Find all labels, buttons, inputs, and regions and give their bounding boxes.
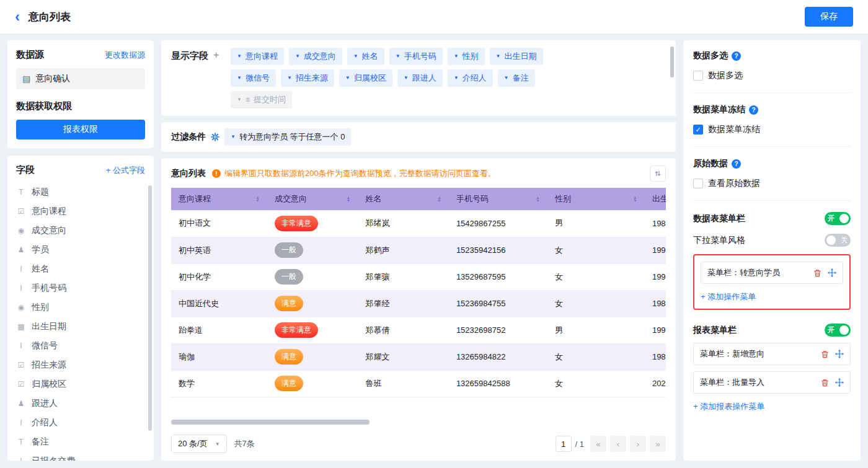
sort-carets-icon[interactable]: ▲▼ [633,196,637,203]
chevron-down-icon: ▼ [215,441,220,447]
table-horizontal-scrollbar[interactable] [171,420,370,425]
column-header[interactable]: 性别▲▼ [547,188,645,210]
datasource-card: 数据源 更改数据源 ▤ 意向确认 数据获取权限 报表权限 [7,40,154,148]
divider [693,200,851,201]
settings-panel: 数据多选 ? 数据多选 数据菜单冻结 ? ✓ 数据菜单冻结 原始数据 ? [683,40,861,461]
report-permission-button[interactable]: 报表权限 [16,120,145,139]
display-field-chip[interactable]: ▼意向课程 [231,48,284,65]
field-list: 标题 意向课程 成交意向 学员 姓名 手机号码 性别 出生日期 微信号 招生来源… [16,182,145,461]
help-icon[interactable]: ? [732,159,741,169]
prev-page-button[interactable]: ‹ [610,436,626,452]
display-field-chip[interactable]: ▼跟进人 [397,69,443,87]
field-item[interactable]: 性别 [16,298,145,317]
delete-icon[interactable] [821,350,829,358]
report-menu-toggle[interactable]: 开 [825,324,851,337]
dropdown-style-toggle[interactable]: 关 [825,234,851,247]
display-field-chip[interactable]: ▼出生日期 [490,48,543,65]
multi-select-section: 数据多选 ? 数据多选 [693,50,851,81]
field-item[interactable]: 微信号 [16,336,145,355]
display-field-chip[interactable]: ▼介绍人 [448,69,493,87]
highlighted-menu-box: 菜单栏：转意向学员 + 添加操作菜单 [693,254,851,310]
add-action-menu-link[interactable]: + 添加操作菜单 [701,291,756,302]
display-field-chip[interactable]: ▼归属校区 [339,69,392,87]
table-menu-toggle[interactable]: 开 [825,212,851,225]
field-item[interactable]: 成交意向 [16,221,145,240]
back-icon[interactable]: ‹ [15,9,20,24]
menu-bar-item[interactable]: 菜单栏：转意向学员 [701,262,843,284]
current-page[interactable]: 1 [556,436,572,452]
sort-carets-icon[interactable]: ▲▼ [255,196,260,203]
field-item[interactable]: 备注 [16,432,145,451]
page-size-select[interactable]: 20 条/页 ▼ [171,435,227,453]
menu-freeze-checkbox-row[interactable]: ✓ 数据菜单冻结 [693,124,851,135]
field-item[interactable]: 标题 [16,182,145,201]
main-area: 显示字段 + ▼意向课程 ▼成交意向 ▼姓名 ▼手机号码 ▼性别 ▼出生日期 ▼… [161,40,676,461]
field-item[interactable]: 招生来源 [16,355,145,374]
disabled-field-chip[interactable]: ▼≡提交时间 [231,91,292,108]
table-footer: 20 条/页 ▼ 共7条 1 / 1 « ‹ › » [171,435,666,453]
display-field-chip[interactable]: ▼成交意向 [289,48,342,65]
column-header[interactable]: 姓名▲▼ [358,188,449,210]
intent-badge: 非常满意 [275,322,318,338]
table-row: 瑜伽 满意 郑耀文 13265984822 女 1989-11- [171,343,666,370]
field-item[interactable]: 归属校区 [16,374,145,394]
field-item[interactable]: 已报名交费 [16,451,145,461]
display-field-chip[interactable]: ▼手机号码 [389,48,443,65]
chevron-down-icon: ▼ [287,76,292,81]
add-report-menu-link[interactable]: + 添加报表操作菜单 [693,401,764,412]
field-item[interactable]: 手机号码 [16,278,145,298]
chevron-down-icon: ▼ [496,54,501,59]
sort-carets-icon[interactable]: ▲▼ [536,196,540,203]
column-header[interactable]: 手机号码▲▼ [449,188,547,210]
intent-badge: 满意 [275,376,303,391]
menu-bar-item[interactable]: 菜单栏：新增意向 [693,343,851,365]
column-header[interactable]: 成交意向▲▼ [267,188,358,210]
display-field-chip[interactable]: ▼姓名 [347,48,384,65]
help-icon[interactable]: ? [732,51,741,61]
chevron-down-icon: ▼ [237,76,242,81]
save-button[interactable]: 保存 [805,7,853,27]
field-item[interactable]: 跟进人 [16,394,145,413]
filter-condition-chip[interactable]: ▼转为意向学员 等于任意一个 0 [224,128,351,146]
display-field-chip[interactable]: ▼微信号 [231,69,276,87]
sidebar-scrollbar[interactable] [148,185,152,431]
checkbox-unchecked-icon[interactable] [693,71,703,81]
sort-carets-icon[interactable]: ▲▼ [437,196,441,203]
last-page-button[interactable]: » [650,436,666,452]
multi-select-checkbox-row[interactable]: 数据多选 [693,70,851,81]
field-item[interactable]: 学员 [16,240,145,259]
field-item[interactable]: 姓名 [16,259,145,278]
gear-icon[interactable] [211,133,219,141]
add-formula-field-link[interactable]: + 公式字段 [106,165,145,176]
help-icon[interactable]: ? [749,105,758,115]
change-datasource-link[interactable]: 更改数据源 [105,50,145,61]
add-display-field-icon[interactable]: + [213,50,219,60]
first-page-button[interactable]: « [590,436,606,452]
divider [693,92,851,93]
display-field-chip[interactable]: ▼性别 [448,48,485,65]
move-icon[interactable] [835,378,844,387]
display-field-chips: ▼意向课程 ▼成交意向 ▼姓名 ▼手机号码 ▼性别 ▼出生日期 ▼微信号 ▼招生… [231,48,666,108]
delete-icon[interactable] [813,269,822,277]
raw-data-checkbox-row[interactable]: 查看原始数据 [693,178,851,189]
checkbox-checked-icon[interactable]: ✓ [693,125,703,135]
next-page-button[interactable]: › [630,436,646,452]
sort-icon[interactable] [650,166,666,182]
field-item[interactable]: 出生日期 [16,317,145,336]
checkbox-unchecked-icon[interactable] [693,179,703,188]
display-field-chip[interactable]: ▼备注 [498,69,535,87]
preview-warning: ! 编辑界面只取数据源前200条作为查询数据预览，完整数据请访问页面查看。 [212,168,644,179]
field-item[interactable]: 意向课程 [16,201,145,221]
sort-carets-icon[interactable]: ▲▼ [346,196,350,203]
page-title: 意向列表 [29,10,71,24]
datasource-item[interactable]: ▤ 意向确认 [16,68,145,89]
display-fields-scrollbar[interactable] [670,46,674,77]
menu-bar-item[interactable]: 菜单栏：批量导入 [693,371,851,394]
display-field-chip[interactable]: ▼招生来源 [281,69,334,87]
move-icon[interactable] [828,268,836,277]
column-header[interactable]: 出生日期▲▼ [645,188,666,210]
delete-icon[interactable] [821,379,829,387]
field-item[interactable]: 介绍人 [16,413,145,432]
column-header[interactable]: 意向课程▲▼ [171,188,267,210]
move-icon[interactable] [835,350,844,358]
